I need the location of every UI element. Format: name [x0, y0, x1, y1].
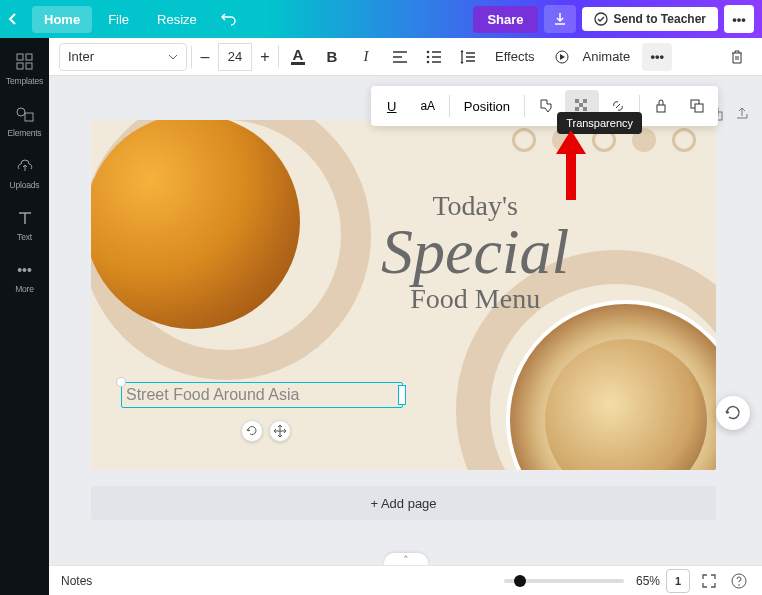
toolbar-more-button[interactable]: •••	[642, 43, 672, 71]
svg-point-5	[17, 108, 25, 116]
check-circle-icon	[594, 12, 608, 26]
context-toolbar: U aA Position	[371, 86, 718, 126]
file-button[interactable]: File	[96, 6, 141, 33]
collapse-handle[interactable]: ⌃	[384, 553, 428, 565]
bold-button[interactable]: B	[317, 43, 347, 71]
svg-rect-14	[575, 107, 579, 111]
uploads-icon	[15, 156, 35, 176]
chevron-down-icon	[168, 54, 178, 60]
animate-button[interactable]: Animate	[575, 45, 639, 68]
effects-button[interactable]: Effects	[487, 45, 543, 68]
text-color-button[interactable]: A	[283, 43, 313, 71]
svg-point-8	[427, 55, 430, 58]
svg-rect-18	[695, 104, 703, 112]
svg-rect-3	[17, 63, 23, 69]
animate-icon[interactable]	[547, 43, 577, 71]
selected-text-element[interactable]: Street Food Around Asia	[121, 382, 403, 408]
help-icon[interactable]	[728, 570, 750, 592]
font-size-decrease[interactable]: –	[192, 43, 218, 71]
delete-button[interactable]	[722, 43, 752, 71]
rotate-icon[interactable]	[241, 420, 263, 442]
templates-icon	[15, 52, 35, 72]
annotation-arrow-icon	[551, 130, 591, 200]
more-icon: •••	[15, 260, 35, 280]
send-teacher-button[interactable]: Send to Teacher	[582, 7, 718, 31]
download-button[interactable]	[544, 5, 576, 33]
floating-action-button[interactable]	[716, 396, 750, 430]
font-size-group: – 24 +	[191, 43, 279, 71]
list-button[interactable]	[419, 43, 449, 71]
font-size-increase[interactable]: +	[252, 43, 278, 71]
svg-rect-1	[17, 54, 23, 60]
svg-point-7	[427, 50, 430, 53]
font-size-value[interactable]: 24	[218, 44, 252, 70]
svg-point-9	[427, 60, 430, 63]
notes-button[interactable]: Notes	[61, 574, 92, 588]
home-button[interactable]: Home	[32, 6, 92, 33]
underline-button[interactable]: U	[375, 90, 409, 122]
sidebar-item-more[interactable]: ••• More	[0, 258, 49, 296]
svg-rect-13	[579, 103, 583, 107]
text-toolbar: Inter – 24 + A B I Effects Animate •••	[49, 38, 762, 76]
sidebar-item-text[interactable]: Text	[0, 206, 49, 244]
element-quick-controls	[241, 420, 291, 442]
duplicate-button[interactable]	[680, 90, 714, 122]
svg-rect-11	[575, 99, 579, 103]
sidebar-item-templates[interactable]: Templates	[0, 50, 49, 88]
lock-button[interactable]	[644, 90, 678, 122]
svg-rect-4	[26, 63, 32, 69]
uppercase-button[interactable]: aA	[411, 90, 445, 122]
svg-rect-16	[657, 105, 665, 112]
text-icon	[15, 208, 35, 228]
left-sidebar: Templates Elements Uploads Text ••• More	[0, 38, 49, 595]
undo-icon[interactable]	[221, 12, 243, 26]
headline-line2: Special	[381, 226, 569, 277]
add-page-button[interactable]: + Add page	[91, 486, 716, 520]
design-page[interactable]: Today's Special Food Menu Street Food Ar…	[91, 120, 716, 470]
zoom-value[interactable]: 65%	[636, 574, 660, 588]
header-more-button[interactable]: •••	[724, 5, 754, 33]
svg-point-22	[738, 584, 740, 586]
share-button[interactable]: Share	[473, 6, 537, 33]
fullscreen-icon[interactable]	[698, 570, 720, 592]
svg-rect-6	[25, 113, 33, 121]
italic-button[interactable]: I	[351, 43, 381, 71]
svg-rect-12	[583, 99, 587, 103]
sidebar-item-uploads[interactable]: Uploads	[0, 154, 49, 192]
svg-rect-2	[26, 54, 32, 60]
sidebar-item-elements[interactable]: Elements	[0, 102, 49, 140]
align-button[interactable]	[385, 43, 415, 71]
page-indicator[interactable]: 1	[666, 569, 690, 593]
canvas-area[interactable]: U aA Position Transparency	[49, 76, 762, 565]
spacing-button[interactable]	[453, 43, 483, 71]
back-chevron-icon[interactable]	[8, 13, 28, 25]
bottom-bar: Notes 65% 1	[49, 565, 762, 595]
elements-icon	[15, 104, 35, 124]
font-selector[interactable]: Inter	[59, 43, 187, 71]
position-button[interactable]: Position	[454, 99, 520, 114]
move-icon[interactable]	[269, 420, 291, 442]
rotate-handle[interactable]	[116, 377, 126, 387]
zoom-slider[interactable]	[504, 579, 624, 583]
headline-line3: Food Menu	[381, 283, 569, 315]
svg-point-0	[595, 13, 607, 25]
headline-group[interactable]: Today's Special Food Menu	[381, 190, 569, 315]
svg-rect-15	[583, 107, 587, 111]
top-header: Home File Resize Share Send to Teacher •…	[0, 0, 762, 38]
resize-button[interactable]: Resize	[145, 6, 209, 33]
page-export-icon[interactable]	[732, 104, 752, 124]
